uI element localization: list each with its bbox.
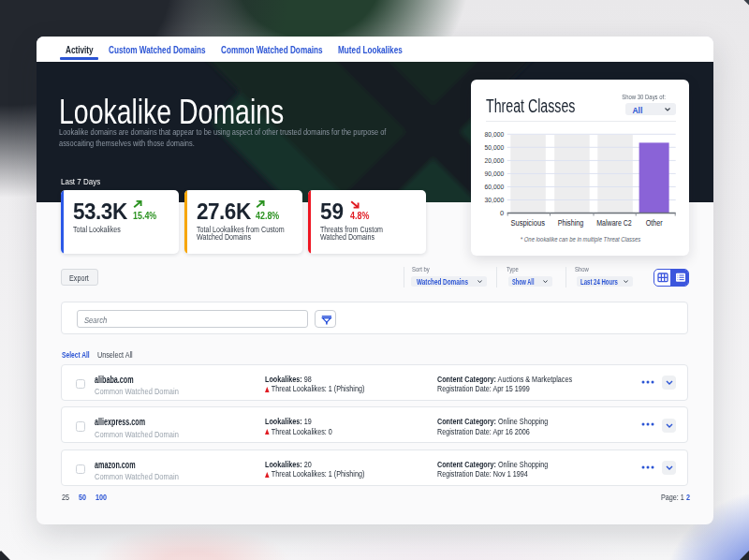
svg-text:50,000: 50,000 [485,143,505,152]
svg-text:0: 0 [500,209,504,217]
svg-text:Phishing: Phishing [558,218,584,228]
svg-text:Suspicious: Suspicious [511,218,546,228]
svg-text:Other: Other [646,218,663,228]
svg-text:20,000: 20,000 [485,156,505,165]
svg-text:60,000: 60,000 [485,183,505,191]
svg-text:30,000: 30,000 [485,196,505,204]
svg-text:* One lookalike can be in mult: * One lookalike can be in multiple Threa… [521,235,640,243]
svg-text:90,000: 90,000 [485,169,505,178]
svg-text:80,000: 80,000 [485,130,505,139]
svg-text:Malware C2: Malware C2 [597,218,633,228]
